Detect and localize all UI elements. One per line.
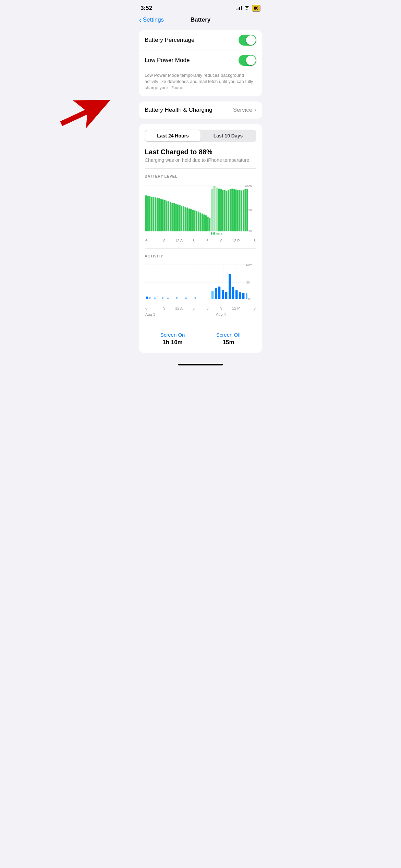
chevron-left-icon: ‹ [139, 16, 142, 23]
svg-rect-42 [198, 212, 199, 231]
svg-rect-93 [195, 297, 196, 299]
back-button[interactable]: ‹ Settings [139, 16, 164, 23]
home-indicator [134, 361, 267, 367]
content: Battery Percentage Low Power Mode Low Po… [134, 27, 267, 361]
svg-rect-97 [222, 290, 224, 299]
x-label-3p: 3 [245, 239, 256, 243]
date-label-aug3: Aug 3 [145, 312, 185, 316]
svg-rect-87 [149, 297, 151, 299]
status-time: 3:52 [141, 5, 152, 12]
svg-rect-41 [196, 211, 197, 231]
settings-group-2: Battery Health & Charging Service › [139, 101, 262, 119]
svg-rect-60 [233, 189, 235, 231]
svg-rect-14 [145, 195, 147, 231]
svg-rect-70 [216, 233, 218, 234]
battery-level-chart: 100% 50% 0% [145, 180, 256, 243]
svg-rect-63 [239, 190, 241, 231]
screen-stats-row: Screen On 1h 10m Screen Off 15m [145, 328, 256, 347]
toggle-knob [246, 35, 256, 45]
battery-level-label: BATTERY LEVEL [145, 174, 256, 178]
x-label-6p2: 6 [202, 239, 212, 243]
svg-rect-100 [232, 287, 234, 299]
x-label-act-12p: 12 P [230, 306, 242, 310]
svg-rect-48 [209, 218, 211, 231]
svg-rect-102 [239, 292, 241, 299]
battery-percentage-row: Battery Percentage [139, 30, 262, 50]
svg-rect-21 [158, 198, 160, 231]
period-24h-button[interactable]: Last 24 Hours [145, 130, 200, 141]
chevron-right-icon: › [254, 107, 256, 113]
x-label-9p: 9 [216, 239, 227, 243]
x-label-12a: 12 A [173, 239, 185, 243]
period-selector: Last 24 Hours Last 10 Days [145, 130, 256, 142]
x-label-6a: 6 [145, 239, 156, 243]
x-label-9a: 9 [159, 239, 170, 243]
date-label-aug4: Aug 4 [216, 312, 256, 316]
x-label-act-9a: 9 [159, 306, 170, 310]
svg-rect-47 [207, 217, 209, 231]
svg-rect-72 [221, 233, 222, 234]
svg-rect-26 [168, 201, 169, 231]
svg-rect-89 [162, 297, 163, 299]
svg-rect-62 [237, 190, 239, 231]
svg-rect-90 [167, 298, 169, 299]
svg-rect-67 [246, 189, 248, 231]
svg-rect-36 [186, 207, 188, 231]
svg-rect-35 [185, 207, 186, 231]
svg-rect-25 [166, 201, 168, 231]
svg-rect-96 [218, 286, 220, 299]
svg-rect-68 [211, 232, 212, 234]
svg-rect-18 [153, 197, 155, 231]
svg-text:100%: 100% [244, 184, 252, 187]
svg-rect-19 [155, 197, 156, 231]
svg-rect-58 [230, 189, 231, 231]
svg-rect-30 [175, 204, 177, 231]
x-label-act-3p: 3 [245, 306, 256, 310]
svg-rect-71 [218, 233, 220, 234]
svg-rect-44 [202, 213, 203, 231]
x-label-act-12a: 12 A [173, 306, 185, 310]
svg-rect-23 [162, 199, 164, 231]
svg-rect-50 [213, 186, 215, 231]
svg-rect-53 [220, 189, 222, 231]
svg-rect-24 [164, 200, 166, 231]
settings-group-1: Battery Percentage Low Power Mode Low Po… [139, 30, 262, 96]
svg-rect-49 [211, 189, 213, 231]
svg-rect-40 [194, 210, 196, 231]
svg-rect-98 [225, 292, 227, 299]
svg-rect-101 [235, 290, 238, 299]
nav-bar: ‹ Settings Battery [134, 14, 267, 27]
period-10d-button[interactable]: Last 10 Days [200, 130, 256, 141]
service-label: Service [233, 107, 253, 113]
battery-health-label: Battery Health & Charging [145, 107, 212, 113]
back-label: Settings [143, 16, 164, 23]
svg-rect-37 [188, 208, 190, 231]
svg-rect-103 [242, 293, 244, 299]
signal-icon [236, 6, 242, 10]
svg-rect-65 [243, 190, 244, 231]
battery-health-status: Service › [233, 107, 256, 113]
low-power-mode-label: Low Power Mode [145, 57, 190, 64]
page-title: Battery [191, 16, 211, 23]
svg-rect-59 [231, 189, 233, 231]
svg-text:30m: 30m [246, 280, 252, 284]
charge-subtitle: Charging was on hold due to iPhone tempe… [145, 157, 256, 163]
svg-rect-99 [229, 274, 231, 299]
battery-percentage-label: Battery Percentage [145, 37, 195, 44]
charge-title: Last Charged to 88% [145, 148, 256, 156]
low-power-mode-toggle[interactable] [239, 55, 256, 66]
x-label-act-3a: 3 [189, 306, 199, 310]
battery-percentage-toggle[interactable] [239, 35, 256, 46]
activity-svg: 60m 30m 0m [145, 260, 256, 305]
svg-rect-86 [146, 297, 148, 299]
svg-point-0 [246, 9, 247, 10]
activity-chart: 60m 30m 0m [145, 260, 256, 316]
activity-label: ACTIVITY [145, 254, 256, 258]
svg-rect-45 [203, 214, 205, 231]
status-bar: 3:52 86 [134, 0, 267, 14]
wifi-icon [244, 5, 250, 11]
svg-rect-34 [183, 206, 184, 231]
svg-rect-15 [147, 196, 149, 231]
x-label-12p: 12 P [230, 239, 242, 243]
battery-health-row[interactable]: Battery Health & Charging Service › [139, 101, 262, 119]
